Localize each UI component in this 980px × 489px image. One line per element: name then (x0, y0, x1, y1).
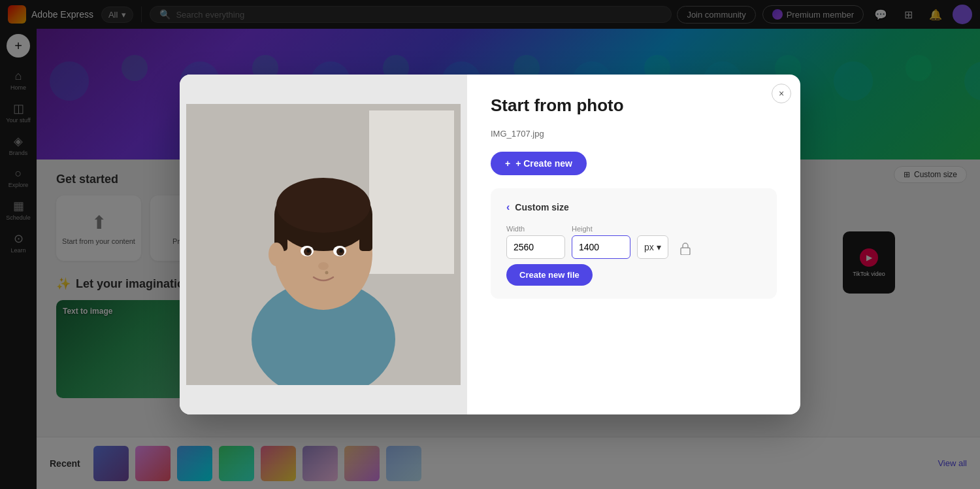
unit-select[interactable]: px ▾ (637, 235, 668, 259)
svg-point-18 (269, 243, 284, 266)
create-new-file-button[interactable]: Create new file (506, 264, 593, 286)
svg-point-15 (307, 250, 310, 253)
svg-rect-20 (681, 248, 690, 255)
plus-icon: + (505, 158, 510, 169)
width-field-group: Width (506, 225, 565, 259)
photo-preview (186, 104, 461, 385)
dialog-photo-panel (180, 75, 467, 414)
width-input[interactable] (506, 235, 565, 259)
person-photo-svg (186, 104, 461, 385)
svg-point-16 (340, 250, 343, 253)
back-arrow-icon[interactable]: ‹ (506, 201, 510, 213)
unit-label: px (644, 242, 654, 252)
svg-rect-3 (369, 110, 454, 274)
height-label: Height (572, 225, 630, 233)
create-new-label: + Create new (515, 158, 572, 169)
create-new-button[interactable]: + + Create new (491, 152, 587, 175)
dialog-right-panel: Start from photo IMG_1707.jpg + + Create… (467, 75, 800, 414)
custom-size-header: ‹ Custom size (506, 201, 761, 213)
start-from-photo-dialog: × (180, 75, 800, 414)
width-label: Width (506, 225, 565, 233)
lock-icon (679, 242, 691, 255)
close-button[interactable]: × (772, 84, 791, 103)
dialog-overlay: × (0, 0, 980, 489)
svg-point-10 (276, 178, 370, 233)
height-field-group: Height (572, 225, 630, 259)
chevron-down-icon: ▾ (657, 242, 661, 252)
svg-point-17 (318, 262, 329, 270)
size-fields: Width Height px ▾ (506, 225, 761, 259)
custom-size-box-title: Custom size (515, 202, 568, 212)
dialog-filename: IMG_1707.jpg (491, 129, 777, 139)
height-input[interactable] (572, 235, 630, 259)
lock-button[interactable] (675, 238, 696, 259)
custom-size-box: ‹ Custom size Width Height px ▾ (491, 188, 777, 299)
dialog-title: Start from photo (491, 95, 777, 116)
svg-point-19 (325, 271, 329, 275)
